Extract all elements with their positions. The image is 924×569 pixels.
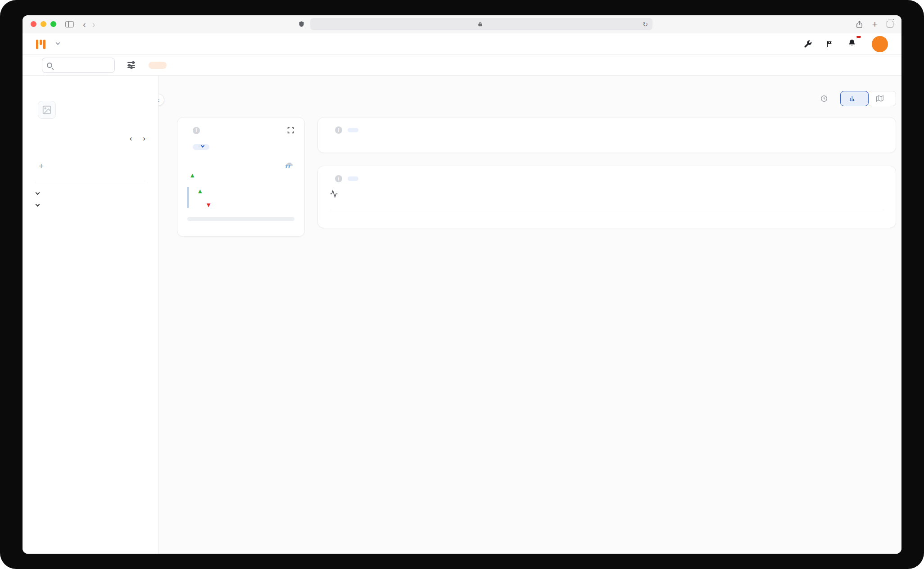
search-icon: [47, 63, 52, 68]
lock-icon: [478, 21, 483, 27]
filter-sliders-icon[interactable]: [127, 62, 135, 68]
notification-badge: [856, 35, 862, 39]
view-toggle: [840, 91, 896, 106]
info-icon[interactable]: i: [335, 126, 342, 134]
info-icon[interactable]: i: [335, 175, 342, 182]
dwellers-progress-bar: [187, 217, 294, 221]
calendar-prev-icon[interactable]: ‹: [130, 134, 132, 143]
url-bar[interactable]: ↻: [310, 18, 652, 30]
avatar[interactable]: [872, 36, 888, 52]
minimize-window-button[interactable]: [41, 21, 46, 27]
add-event-button[interactable]: +: [39, 161, 158, 171]
stores-section-header[interactable]: [36, 205, 158, 207]
new-tab-icon[interactable]: +: [872, 19, 878, 29]
weather-annotations: [330, 202, 884, 203]
chrome-actions: +: [856, 19, 893, 29]
demographics-period-pill[interactable]: [348, 128, 358, 132]
wrench-icon[interactable]: [803, 40, 812, 49]
overview-card: i ☁: [177, 117, 305, 237]
traffic-legend: [330, 210, 884, 221]
app-header: [23, 33, 901, 55]
chevron-down-icon: [36, 202, 40, 207]
notifications[interactable]: [847, 38, 856, 50]
browser-back-button[interactable]: ‹: [83, 20, 86, 29]
property-selector[interactable]: [23, 101, 158, 119]
period-pill[interactable]: [149, 62, 167, 69]
calendar: ‹ ›: [38, 134, 145, 150]
map-view-button[interactable]: [868, 91, 896, 106]
reload-icon[interactable]: ↻: [643, 21, 648, 28]
browser-chrome: ‹ › ↻ +: [23, 15, 901, 33]
toolbar: [23, 55, 901, 76]
total-footfall-change: ▲: [187, 172, 294, 178]
property-image-icon: [38, 101, 56, 119]
brand-name[interactable]: [51, 43, 59, 45]
chevron-down-icon: [36, 190, 40, 195]
header-actions: [803, 36, 888, 52]
map-icon: [876, 95, 883, 102]
clock-icon: [820, 95, 828, 102]
chevron-down-icon: [55, 41, 60, 45]
expand-icon[interactable]: [287, 126, 294, 134]
event-legend: [872, 217, 884, 221]
address-area: ↻: [95, 18, 855, 30]
traffic-card: i: [317, 166, 896, 228]
main-content: ‹: [159, 76, 901, 554]
share-icon[interactable]: [856, 20, 863, 28]
browser-window: ‹ › ↻ +: [23, 15, 901, 554]
app-body: ‹ › +: [23, 76, 901, 554]
tab-overview-icon[interactable]: [887, 21, 893, 27]
sidebar-collapse-button[interactable]: ‹: [159, 94, 164, 106]
rain-cloud-icon: ☁: [283, 157, 294, 168]
brand-logo-icon: [36, 39, 45, 49]
browser-sidebar-icon[interactable]: [65, 21, 74, 27]
sidebar-divider: [35, 183, 145, 183]
event-dot-icon: [872, 217, 876, 221]
bell-icon: [847, 38, 856, 48]
demographics-card: i: [317, 117, 896, 153]
search-input[interactable]: [56, 62, 110, 69]
browser-forward-button[interactable]: ›: [92, 20, 95, 29]
categories-section-header[interactable]: [36, 193, 158, 195]
flag-icon[interactable]: [826, 40, 834, 49]
dwellers-change: ▲: [195, 187, 294, 194]
dashboard-view-button[interactable]: [840, 91, 869, 106]
dwell-time-value: ▼: [195, 201, 294, 208]
close-window-button[interactable]: [31, 21, 36, 27]
bar-chart-icon: [849, 95, 856, 102]
zoom-window-button[interactable]: [50, 21, 56, 27]
insight-row: [330, 190, 884, 198]
traffic-period-pill[interactable]: [348, 176, 358, 181]
last-update: [820, 95, 831, 102]
chevron-down-icon: [201, 144, 204, 147]
window-controls[interactable]: [31, 21, 56, 27]
overview-period-dropdown[interactable]: [193, 144, 209, 150]
search-box[interactable]: [42, 58, 115, 73]
activity-icon: [330, 190, 338, 198]
sidebar: ‹ › +: [23, 76, 159, 554]
breadcrumb-row: [177, 91, 896, 106]
device-frame: ‹ › ↻ +: [0, 0, 924, 569]
plus-icon: +: [39, 161, 44, 171]
calendar-next-icon[interactable]: ›: [143, 134, 145, 143]
info-icon[interactable]: i: [193, 127, 200, 134]
shield-icon[interactable]: [298, 20, 305, 28]
